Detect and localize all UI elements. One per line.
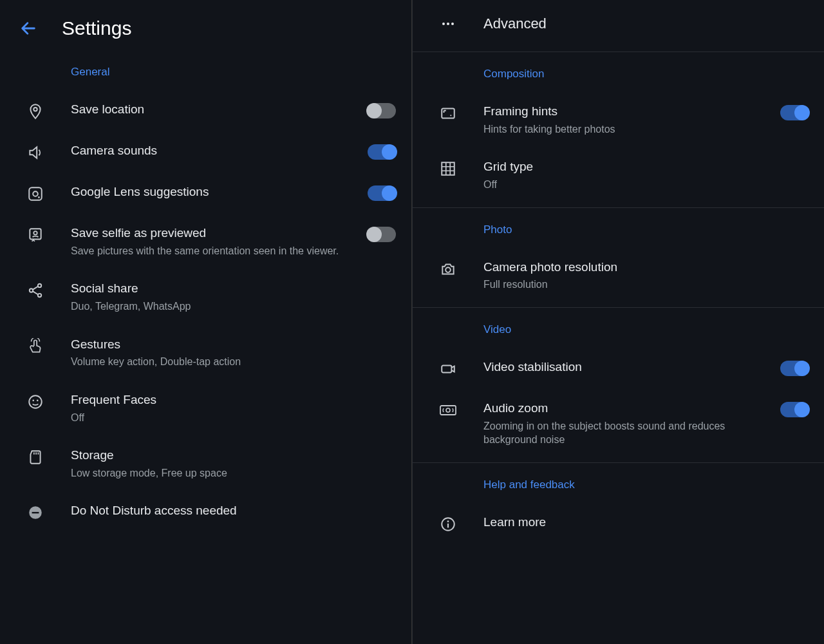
svg-point-2 <box>33 191 38 196</box>
svg-point-14 <box>442 23 445 25</box>
svg-rect-13 <box>32 512 39 513</box>
lens-icon <box>22 184 49 202</box>
label: Social share <box>71 281 350 297</box>
settings-pane: Settings General Save location Camera so… <box>0 0 412 644</box>
svg-rect-21 <box>442 365 451 372</box>
svg-point-5 <box>33 231 37 234</box>
svg-point-23 <box>446 408 450 412</box>
svg-rect-19 <box>442 163 454 176</box>
svg-point-0 <box>33 108 37 111</box>
advanced-title: Advanced <box>483 15 547 32</box>
audio-zoom-icon <box>435 401 462 419</box>
sublabel: Off <box>71 411 350 425</box>
svg-point-9 <box>29 395 42 408</box>
sublabel: Zooming in on the subject boosts sound a… <box>483 419 762 447</box>
selfie-icon <box>22 225 49 243</box>
svg-point-10 <box>32 399 34 401</box>
label: Do Not Disturb access needed <box>71 503 350 519</box>
svg-point-16 <box>451 23 454 25</box>
row-frequent-faces[interactable]: Frequent Faces Off <box>0 381 411 436</box>
sd-card-icon <box>22 448 49 466</box>
divider <box>413 462 824 463</box>
divider <box>413 52 824 52</box>
sound-icon <box>22 143 49 161</box>
toggle-framing-hints[interactable] <box>780 105 809 120</box>
row-save-selfie[interactable]: Save selfie as previewed Save pictures w… <box>0 214 411 269</box>
svg-rect-4 <box>30 229 41 239</box>
row-dnd[interactable]: Do Not Disturb access needed <box>0 491 411 533</box>
label: Framing hints <box>483 104 762 120</box>
section-help: Help and feedback <box>413 467 824 503</box>
toggle-google-lens[interactable] <box>368 185 396 201</box>
row-photo-resolution[interactable]: Camera photo resolution Full resolution <box>413 248 824 303</box>
toggle-audio-zoom[interactable] <box>780 402 809 417</box>
sublabel: Hints for taking better photos <box>483 122 762 137</box>
framing-icon <box>435 104 462 122</box>
settings-header: Settings <box>0 0 411 54</box>
page-title: Settings <box>62 17 131 39</box>
label: Grid type <box>483 159 762 175</box>
svg-rect-1 <box>29 187 42 200</box>
section-video: Video <box>413 312 824 348</box>
row-gestures[interactable]: Gestures Volume key action, Double-tap a… <box>0 325 411 381</box>
svg-rect-17 <box>442 108 454 118</box>
row-grid-type[interactable]: Grid type Off <box>413 147 824 203</box>
toggle-video-stabilisation[interactable] <box>780 361 809 376</box>
label: Video stabilisation <box>483 359 762 375</box>
svg-point-15 <box>447 23 449 25</box>
label: Save location <box>71 102 350 118</box>
sublabel: Save pictures with the same orientation … <box>71 244 350 258</box>
row-camera-sounds[interactable]: Camera sounds <box>0 131 411 173</box>
toggle-save-location[interactable] <box>368 103 396 118</box>
label: Google Lens suggestions <box>71 184 350 200</box>
share-icon <box>22 281 49 299</box>
svg-point-20 <box>445 267 451 272</box>
label: Camera photo resolution <box>483 260 762 276</box>
dnd-icon <box>22 503 49 521</box>
sublabel: Low storage mode, Free up space <box>71 466 350 480</box>
label: Frequent Faces <box>71 392 350 408</box>
sublabel: Duo, Telegram, WhatsApp <box>71 299 350 314</box>
label: Learn more <box>483 515 762 531</box>
row-google-lens[interactable]: Google Lens suggestions <box>0 173 411 214</box>
row-framing-hints[interactable]: Framing hints Hints for taking better ph… <box>413 92 824 147</box>
back-button[interactable] <box>15 15 41 41</box>
svg-point-11 <box>37 399 39 401</box>
svg-point-25 <box>447 520 449 522</box>
gesture-icon <box>22 337 49 355</box>
label: Audio zoom <box>483 401 762 417</box>
camera-icon <box>435 260 462 278</box>
sublabel: Volume key action, Double-tap action <box>71 355 350 369</box>
label: Camera sounds <box>71 143 350 159</box>
section-composition: Composition <box>413 56 824 92</box>
advanced-header: Advanced <box>413 0 824 48</box>
sublabel: Off <box>483 178 762 192</box>
svg-point-18 <box>450 115 451 116</box>
arrow-left-icon <box>19 19 37 37</box>
row-audio-zoom[interactable]: Audio zoom Zooming in on the subject boo… <box>413 389 824 459</box>
label: Save selfie as previewed <box>71 225 350 242</box>
row-save-location[interactable]: Save location <box>0 90 411 131</box>
section-photo: Photo <box>413 212 824 248</box>
row-learn-more[interactable]: Learn more <box>413 503 824 544</box>
row-social-share[interactable]: Social share Duo, Telegram, WhatsApp <box>0 269 411 325</box>
toggle-camera-sounds[interactable] <box>368 144 396 160</box>
info-icon <box>435 515 462 533</box>
label: Gestures <box>71 337 350 353</box>
advanced-pane: Advanced Composition Framing hints Hints… <box>412 0 824 644</box>
toggle-save-selfie[interactable] <box>368 227 396 242</box>
video-icon <box>435 359 462 377</box>
divider <box>413 207 824 208</box>
row-storage[interactable]: Storage Low storage mode, Free up space <box>0 436 411 491</box>
row-video-stabilisation[interactable]: Video stabilisation <box>413 348 824 389</box>
svg-point-3 <box>38 196 40 198</box>
sublabel: Full resolution <box>483 278 762 292</box>
section-general: General <box>0 54 411 90</box>
location-pin-icon <box>22 102 49 120</box>
more-icon[interactable] <box>435 16 462 32</box>
face-icon <box>22 392 49 410</box>
label: Storage <box>71 448 350 464</box>
divider <box>413 307 824 308</box>
grid-icon <box>435 159 462 177</box>
